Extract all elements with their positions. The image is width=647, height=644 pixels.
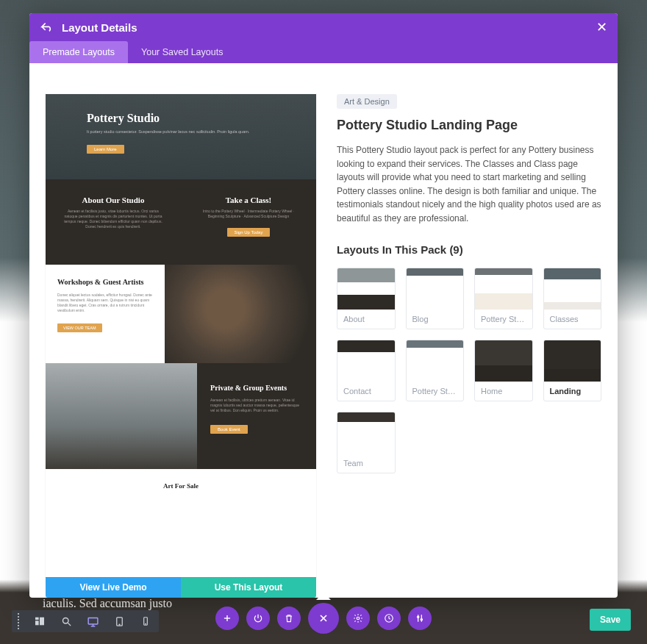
layout-card-contact[interactable]: Contact — [337, 340, 396, 401]
wireframe-view-icon[interactable] — [29, 611, 50, 632]
action-bar-pointer — [316, 593, 331, 600]
preview-workshop-image — [165, 265, 316, 363]
layout-title: Pottery Studio Landing Page — [337, 118, 601, 133]
svg-point-3 — [62, 618, 68, 623]
preview-events-title: Private & Group Events — [210, 384, 303, 392]
modal-header: Layout Details ✕ Premade Layouts Your Sa… — [29, 13, 618, 63]
preview-class-text: Intro to the Pottery Wheel · Intermediat… — [199, 209, 299, 219]
preview-about-text: Aenean et facilisis justo, vitae loborti… — [63, 209, 163, 229]
preview-about-title: About Our Studio — [63, 196, 163, 204]
layouts-grid: About Blog Pottery Studi... Classes Cont… — [337, 268, 601, 473]
svg-point-20 — [418, 616, 419, 618]
layout-preview-column: Pottery Studio It pottery studio consect… — [46, 94, 316, 598]
preview-workshop-button: VIEW OUR TEAM — [57, 323, 102, 332]
svg-rect-2 — [40, 618, 44, 626]
use-this-layout-button[interactable]: Use This Layout — [181, 577, 316, 598]
layout-thumb — [337, 268, 395, 310]
layout-label: Contact — [337, 382, 395, 401]
tab-premade-layouts[interactable]: Premade Layouts — [29, 41, 128, 63]
preview-workshop-text: Donec aliquet lectus sodales, efficitur … — [57, 293, 153, 313]
layout-card-pottery-studio-1[interactable]: Pottery Studi... — [474, 268, 533, 329]
preview-events-text: Aenean et facilisis, ultrices pretium ae… — [210, 398, 303, 413]
save-button[interactable]: Save — [590, 609, 631, 631]
layout-thumb — [407, 268, 464, 310]
preview-class-title: Take a Class! — [199, 196, 299, 204]
history-button[interactable] — [377, 607, 401, 630]
svg-rect-0 — [35, 618, 39, 620]
add-button[interactable] — [215, 607, 239, 630]
background-body-text: iaculis. Sed accumsan justo — [43, 597, 172, 610]
drag-handle-icon[interactable] — [15, 613, 22, 629]
layout-preview[interactable]: Pottery Studio It pottery studio consect… — [46, 94, 316, 577]
close-icon[interactable]: ✕ — [596, 21, 607, 34]
layout-card-landing[interactable]: Landing — [543, 340, 602, 401]
layout-label: Pottery Studi... — [407, 382, 464, 401]
modal-tabs: Premade Layouts Your Saved Layouts — [29, 41, 618, 63]
phone-view-icon[interactable] — [135, 611, 156, 632]
layout-card-home[interactable]: Home — [474, 340, 533, 401]
layout-label: About — [337, 310, 395, 329]
layout-details-modal: Layout Details ✕ Premade Layouts Your Sa… — [29, 13, 618, 598]
layout-card-about[interactable]: About — [337, 268, 396, 329]
tablet-view-icon[interactable] — [109, 611, 129, 632]
tab-your-saved-layouts[interactable]: Your Saved Layouts — [128, 41, 236, 63]
layout-thumb — [475, 340, 532, 382]
layout-card-team[interactable]: Team — [337, 412, 396, 473]
zoom-icon[interactable] — [56, 611, 76, 632]
layout-thumb — [407, 340, 464, 382]
preview-hero-button: Learn More — [87, 145, 124, 154]
layout-label: Classes — [544, 310, 601, 329]
layout-detail-column: Art & Design Pottery Studio Landing Page… — [337, 94, 601, 598]
layout-thumb — [544, 268, 601, 310]
layout-label: Landing — [544, 382, 601, 401]
preview-events-button: Book Event — [210, 425, 248, 434]
power-button[interactable] — [246, 607, 270, 630]
back-icon[interactable] — [40, 21, 53, 34]
preview-hero-title: Pottery Studio — [87, 112, 275, 125]
layout-description: This Pottery Studio layout pack is perfe… — [337, 143, 601, 226]
svg-line-4 — [68, 623, 71, 626]
preview-events-image — [46, 363, 197, 469]
preview-workshop-title: Workshops & Guest Artists — [57, 278, 153, 287]
settings-button[interactable] — [346, 607, 370, 630]
layout-thumb — [475, 268, 532, 310]
layout-card-blog[interactable]: Blog — [406, 268, 465, 329]
svg-point-11 — [146, 623, 146, 624]
layout-thumb — [337, 340, 395, 382]
preview-art-title: Art For Sale — [46, 469, 316, 493]
layout-label: Team — [337, 454, 395, 473]
layout-label: Pottery Studi... — [475, 310, 532, 329]
builder-action-bar — [215, 603, 432, 634]
layout-card-pottery-studio-2[interactable]: Pottery Studi... — [406, 340, 465, 401]
close-builder-button[interactable] — [308, 603, 339, 634]
adjustments-button[interactable] — [408, 607, 432, 630]
preview-hero-subtitle: It pottery studio consectetur. Suspendis… — [87, 129, 275, 135]
layout-card-classes[interactable]: Classes — [543, 268, 602, 329]
desktop-view-icon[interactable] — [82, 611, 103, 632]
preview-class-button: Sign Up Today — [227, 228, 271, 237]
svg-point-9 — [119, 624, 120, 625]
svg-point-21 — [421, 619, 422, 620]
layout-thumb — [337, 412, 395, 454]
builder-responsive-bar — [12, 610, 159, 632]
view-live-demo-button[interactable]: View Live Demo — [46, 577, 181, 598]
category-tag[interactable]: Art & Design — [337, 94, 397, 109]
delete-button[interactable] — [277, 607, 301, 630]
layout-label: Blog — [407, 310, 464, 329]
layout-thumb — [544, 340, 601, 382]
layouts-in-pack-heading: Layouts In This Pack (9) — [337, 243, 601, 256]
layout-label: Home — [475, 382, 532, 401]
svg-rect-5 — [88, 618, 98, 624]
modal-title: Layout Details — [62, 21, 137, 34]
svg-point-16 — [357, 617, 360, 620]
svg-rect-1 — [35, 620, 39, 625]
